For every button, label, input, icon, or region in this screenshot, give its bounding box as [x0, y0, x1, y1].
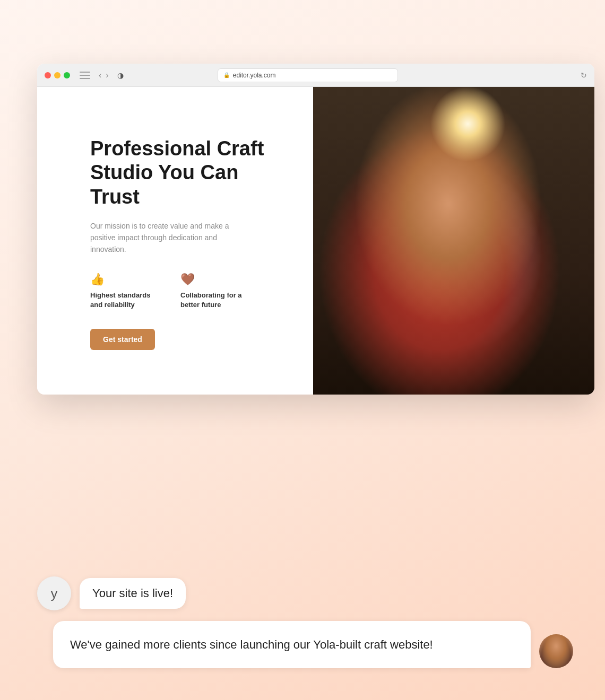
feature-item-2: 🤎 Collaborating for a better future: [180, 273, 249, 310]
minimize-button[interactable]: [54, 72, 60, 78]
user-avatar: [539, 634, 573, 668]
close-button[interactable]: [45, 72, 51, 78]
url-text: editor.yola.com: [233, 72, 276, 79]
feature-item-1: 👍 Highest standards and reliability: [90, 273, 159, 310]
back-button[interactable]: ‹: [98, 71, 102, 80]
chat-bubble-site-live: Your site is live!: [80, 578, 186, 609]
forward-button[interactable]: ›: [105, 71, 109, 80]
chat-message-user: We've gained more clients since launchin…: [53, 621, 573, 668]
hero-image-panel: [313, 87, 594, 395]
chat-message-yola: y Your site is live!: [37, 576, 573, 610]
yola-avatar-letter: y: [51, 585, 58, 602]
chat-section: y Your site is live! We've gained more c…: [37, 576, 573, 668]
hero-subtitle: Our mission is to create value and make …: [90, 220, 239, 256]
refresh-button[interactable]: ↻: [581, 71, 587, 80]
maximize-button[interactable]: [64, 72, 70, 78]
thumbs-up-icon: 👍: [90, 273, 159, 286]
feature-label-2: Collaborating for a better future: [180, 291, 249, 310]
heart-icon: 🤎: [180, 273, 249, 286]
lock-icon: 🔒: [223, 72, 230, 78]
website-content: Professional Craft Studio You Can Trust …: [37, 87, 594, 395]
chat-text-2: We've gained more clients since launchin…: [70, 638, 433, 651]
brightness-icon[interactable]: ◑: [117, 71, 124, 80]
hero-left-panel: Professional Craft Studio You Can Trust …: [37, 87, 313, 395]
craftsman-photo: [313, 87, 594, 395]
features-row: 👍 Highest standards and reliability 🤎 Co…: [90, 273, 287, 310]
get-started-button[interactable]: Get started: [90, 329, 155, 350]
browser-toolbar: ‹ › ◑ 🔒 editor.yola.com ↻: [37, 64, 594, 87]
feature-label-1: Highest standards and reliability: [90, 291, 159, 310]
address-bar[interactable]: 🔒 editor.yola.com: [218, 68, 398, 82]
nav-arrows: ‹ ›: [98, 71, 110, 80]
chat-text-1: Your site is live!: [92, 587, 173, 600]
sidebar-toggle-icon[interactable]: [80, 72, 90, 79]
browser-window: ‹ › ◑ 🔒 editor.yola.com ↻ Professional C…: [37, 64, 594, 395]
hero-title: Professional Craft Studio You Can Trust: [90, 137, 287, 209]
user-avatar-image: [539, 634, 573, 668]
chat-bubble-user: We've gained more clients since launchin…: [53, 621, 531, 668]
yola-avatar: y: [37, 576, 71, 610]
traffic-lights: [45, 72, 70, 78]
